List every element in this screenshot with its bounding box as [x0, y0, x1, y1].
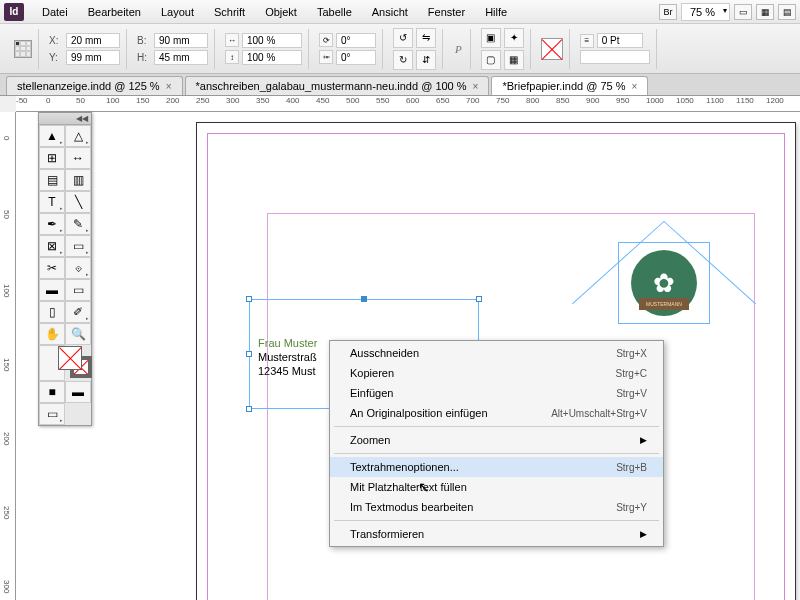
- toolbox-header[interactable]: ◀◀: [39, 113, 91, 125]
- menu-hilfe[interactable]: Hilfe: [475, 2, 517, 22]
- context-menu-item[interactable]: AusschneidenStrg+X: [330, 343, 663, 363]
- menu-bearbeiten[interactable]: Bearbeiten: [78, 2, 151, 22]
- close-icon[interactable]: ×: [473, 81, 479, 92]
- direct-selection-tool[interactable]: △▸: [65, 125, 91, 147]
- type-tool[interactable]: T▸: [39, 191, 65, 213]
- y-label: Y:: [49, 52, 63, 63]
- scale-x-input[interactable]: [242, 33, 302, 48]
- context-menu-item[interactable]: Textrahmenoptionen...Strg+B: [330, 457, 663, 477]
- x-input[interactable]: [66, 33, 120, 48]
- logo-banner: MUSTERMANN: [639, 298, 689, 310]
- control-bar: X: Y: B: H: ↔ ↕ ⟳ ⬰ ↺⇋ ↻⇵ P ▣✦ ▢▦ ≡: [0, 24, 800, 74]
- paragraph-indicator-icon: P: [455, 43, 462, 55]
- select-content-button[interactable]: ✦: [504, 28, 524, 48]
- rotate-input[interactable]: [336, 33, 376, 48]
- x-label: X:: [49, 35, 63, 46]
- rotate-icon: ⟳: [319, 33, 333, 47]
- close-icon[interactable]: ×: [166, 81, 172, 92]
- menu-schrift[interactable]: Schrift: [204, 2, 255, 22]
- menubar: Id Datei Bearbeiten Layout Schrift Objek…: [0, 0, 800, 24]
- note-tool[interactable]: ▯: [39, 301, 65, 323]
- gradient-feather-tool[interactable]: ▭: [65, 279, 91, 301]
- y-input[interactable]: [66, 50, 120, 65]
- stroke-icon: ≡: [580, 34, 594, 48]
- reference-point[interactable]: [14, 40, 32, 58]
- zoom-tool[interactable]: 🔍: [65, 323, 91, 345]
- zoom-level[interactable]: 75 %: [681, 3, 730, 21]
- shear-input[interactable]: [336, 50, 376, 65]
- context-menu-item[interactable]: KopierenStrg+C: [330, 363, 663, 383]
- eyedropper-tool[interactable]: ✐▸: [65, 301, 91, 323]
- context-menu-item[interactable]: Mit Platzhaltertext füllen: [330, 477, 663, 497]
- fit-frame-button[interactable]: ▦: [504, 50, 524, 70]
- handle-tr[interactable]: [476, 296, 482, 302]
- tab-stellenanzeige[interactable]: stellenanzeige.indd @ 125 %×: [6, 76, 183, 95]
- handle-bl[interactable]: [246, 406, 252, 412]
- handle-tm[interactable]: [361, 296, 367, 302]
- menu-ansicht[interactable]: Ansicht: [362, 2, 418, 22]
- page-tool[interactable]: ⊞: [39, 147, 65, 169]
- ruler-horizontal[interactable]: -500501001502002503003504004505005506006…: [16, 96, 800, 112]
- tree-icon: ✿: [653, 268, 675, 299]
- fill-stroke-control[interactable]: [39, 345, 65, 381]
- free-transform-tool[interactable]: ⟐▸: [65, 257, 91, 279]
- screen-mode-icon[interactable]: ▭: [734, 4, 752, 20]
- flip-v-button[interactable]: ⇵: [416, 50, 436, 70]
- rectangle-frame-tool[interactable]: ⊠▸: [39, 235, 65, 257]
- pencil-tool[interactable]: ✎▸: [65, 213, 91, 235]
- scale-y-input[interactable]: [242, 50, 302, 65]
- menu-layout[interactable]: Layout: [151, 2, 204, 22]
- context-menu-item[interactable]: Zoomen▶: [330, 430, 663, 450]
- pen-tool[interactable]: ✒▸: [39, 213, 65, 235]
- handle-tl[interactable]: [246, 296, 252, 302]
- handle-ml[interactable]: [246, 351, 252, 357]
- scale-x-icon: ↔: [225, 33, 239, 47]
- context-menu-item[interactable]: EinfügenStrg+V: [330, 383, 663, 403]
- stroke-weight-input[interactable]: [597, 33, 643, 48]
- context-menu-item[interactable]: Im Textmodus bearbeitenStrg+Y: [330, 497, 663, 517]
- context-menu-item[interactable]: Transformieren▶: [330, 524, 663, 544]
- workspace-icon[interactable]: ▤: [778, 4, 796, 20]
- h-label: H:: [137, 52, 151, 63]
- rotate-cw-button[interactable]: ↻: [393, 50, 413, 70]
- tab-anschreiben[interactable]: *anschreiben_galabau_mustermann-neu.indd…: [185, 76, 490, 95]
- selection-tool[interactable]: ▲▸: [39, 125, 65, 147]
- app-icon: Id: [4, 3, 24, 21]
- arrange-docs-icon[interactable]: ▦: [756, 4, 774, 20]
- height-input[interactable]: [154, 50, 208, 65]
- context-menu-item[interactable]: An Originalposition einfügenAlt+Umschalt…: [330, 403, 663, 423]
- menu-objekt[interactable]: Objekt: [255, 2, 307, 22]
- width-input[interactable]: [154, 33, 208, 48]
- flip-h-button[interactable]: ⇋: [416, 28, 436, 48]
- ruler-vertical[interactable]: 050100150200250300: [0, 112, 16, 600]
- content-collector-tool[interactable]: ▤: [39, 169, 65, 191]
- tab-briefpapier[interactable]: *Briefpapier.indd @ 75 %×: [491, 76, 648, 95]
- toolbox: ◀◀ ▲▸ △▸ ⊞ ↔ ▤ ▥ T▸ ╲ ✒▸ ✎▸ ⊠▸ ▭▸ ✂ ⟐▸ ▬…: [38, 112, 92, 426]
- fit-content-button[interactable]: ▢: [481, 50, 501, 70]
- menu-tabelle[interactable]: Tabelle: [307, 2, 362, 22]
- logo-graphic: ✿ MUSTERMANN: [631, 250, 697, 316]
- logo-frame[interactable]: ✿ MUSTERMANN: [618, 242, 710, 324]
- line-tool[interactable]: ╲: [65, 191, 91, 213]
- rotate-ccw-button[interactable]: ↺: [393, 28, 413, 48]
- fill-swatch[interactable]: [541, 38, 563, 60]
- select-container-button[interactable]: ▣: [481, 28, 501, 48]
- context-menu: AusschneidenStrg+XKopierenStrg+CEinfügen…: [329, 340, 664, 547]
- scissors-tool[interactable]: ✂: [39, 257, 65, 279]
- content-placer-tool[interactable]: ▥: [65, 169, 91, 191]
- bridge-button[interactable]: Br: [659, 4, 677, 20]
- w-label: B:: [137, 35, 151, 46]
- hand-tool[interactable]: ✋: [39, 323, 65, 345]
- document-tabs: stellenanzeige.indd @ 125 %× *anschreibe…: [0, 74, 800, 96]
- shear-icon: ⬰: [319, 50, 333, 64]
- gradient-swatch-tool[interactable]: ▬: [39, 279, 65, 301]
- menu-fenster[interactable]: Fenster: [418, 2, 475, 22]
- apply-gradient-button[interactable]: ▬: [65, 381, 91, 403]
- stroke-style-select[interactable]: [580, 50, 650, 64]
- menu-datei[interactable]: Datei: [32, 2, 78, 22]
- rectangle-tool[interactable]: ▭▸: [65, 235, 91, 257]
- close-icon[interactable]: ×: [632, 81, 638, 92]
- apply-color-button[interactable]: ■: [39, 381, 65, 403]
- view-mode-button[interactable]: ▭▸: [39, 403, 65, 425]
- gap-tool[interactable]: ↔: [65, 147, 91, 169]
